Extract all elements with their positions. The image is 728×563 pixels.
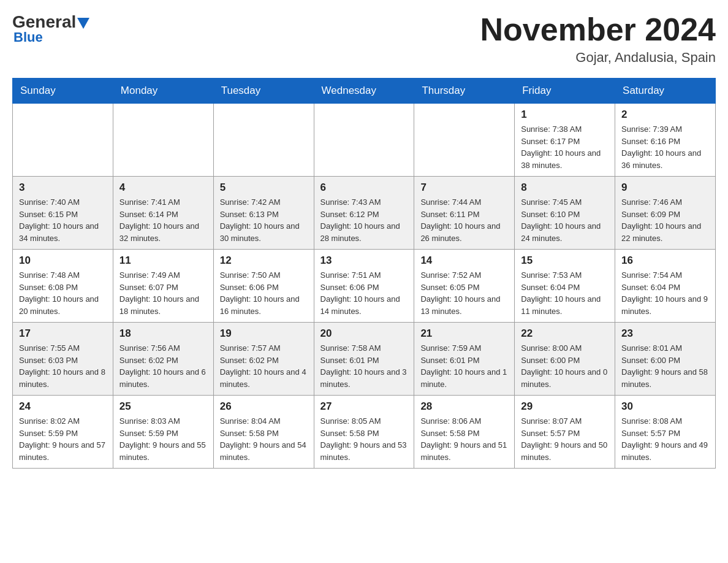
day-number: 6 (320, 182, 408, 194)
day-info: Sunrise: 8:03 AMSunset: 5:59 PMDaylight:… (119, 415, 207, 463)
day-info: Sunrise: 7:54 AMSunset: 6:04 PMDaylight:… (621, 269, 709, 317)
calendar-day: 30Sunrise: 8:08 AMSunset: 5:57 PMDayligh… (615, 396, 716, 469)
day-number: 26 (220, 400, 308, 413)
calendar-day: 9Sunrise: 7:46 AMSunset: 6:09 PMDaylight… (615, 177, 716, 250)
calendar-week-5: 24Sunrise: 8:02 AMSunset: 5:59 PMDayligh… (13, 396, 716, 469)
calendar-day: 3Sunrise: 7:40 AMSunset: 6:15 PMDaylight… (13, 177, 113, 250)
calendar-day: 1Sunrise: 7:38 AMSunset: 6:17 PMDaylight… (515, 104, 615, 177)
calendar-day: 17Sunrise: 7:55 AMSunset: 6:03 PMDayligh… (13, 323, 113, 396)
day-number: 15 (521, 255, 609, 267)
calendar-day (314, 104, 414, 177)
day-info: Sunrise: 7:40 AMSunset: 6:15 PMDaylight:… (19, 196, 107, 244)
day-number: 9 (621, 182, 709, 194)
day-info: Sunrise: 8:01 AMSunset: 6:00 PMDaylight:… (621, 342, 709, 390)
day-number: 14 (420, 255, 508, 267)
calendar-day: 4Sunrise: 7:41 AMSunset: 6:14 PMDaylight… (113, 177, 213, 250)
day-info: Sunrise: 8:04 AMSunset: 5:58 PMDaylight:… (220, 415, 308, 463)
day-info: Sunrise: 7:52 AMSunset: 6:05 PMDaylight:… (420, 269, 508, 317)
logo-triangle-icon (77, 18, 89, 29)
calendar-day: 12Sunrise: 7:50 AMSunset: 6:06 PMDayligh… (213, 250, 314, 323)
logo-blue: Blue (13, 29, 43, 45)
calendar-day: 19Sunrise: 7:57 AMSunset: 6:02 PMDayligh… (213, 323, 314, 396)
month-title: November 2024 (480, 12, 716, 47)
calendar-day: 23Sunrise: 8:01 AMSunset: 6:00 PMDayligh… (615, 323, 716, 396)
day-number: 16 (621, 255, 709, 267)
day-number: 18 (119, 327, 207, 340)
calendar-day: 22Sunrise: 8:00 AMSunset: 6:00 PMDayligh… (515, 323, 615, 396)
calendar-day: 14Sunrise: 7:52 AMSunset: 6:05 PMDayligh… (414, 250, 515, 323)
weekday-header-friday: Friday (515, 79, 615, 104)
calendar-day: 26Sunrise: 8:04 AMSunset: 5:58 PMDayligh… (213, 396, 314, 469)
day-number: 11 (119, 255, 207, 267)
day-number: 17 (19, 327, 107, 340)
calendar: SundayMondayTuesdayWednesdayThursdayFrid… (12, 78, 716, 469)
day-number: 23 (621, 327, 709, 340)
day-number: 3 (19, 182, 107, 194)
day-info: Sunrise: 7:56 AMSunset: 6:02 PMDaylight:… (119, 342, 207, 390)
calendar-day: 6Sunrise: 7:43 AMSunset: 6:12 PMDaylight… (314, 177, 414, 250)
day-info: Sunrise: 7:51 AMSunset: 6:06 PMDaylight:… (320, 269, 408, 317)
calendar-day (414, 104, 515, 177)
day-number: 25 (119, 400, 207, 413)
day-number: 5 (220, 182, 308, 194)
header: General Blue November 2024 Gojar, Andalu… (12, 12, 716, 66)
title-area: November 2024 Gojar, Andalusia, Spain (480, 12, 716, 66)
day-info: Sunrise: 7:59 AMSunset: 6:01 PMDaylight:… (420, 342, 508, 390)
day-info: Sunrise: 7:41 AMSunset: 6:14 PMDaylight:… (119, 196, 207, 244)
day-info: Sunrise: 7:53 AMSunset: 6:04 PMDaylight:… (521, 269, 609, 317)
calendar-day (113, 104, 213, 177)
weekday-header-sunday: Sunday (13, 79, 113, 104)
day-number: 24 (19, 400, 107, 413)
day-info: Sunrise: 7:57 AMSunset: 6:02 PMDaylight:… (220, 342, 308, 390)
day-info: Sunrise: 7:46 AMSunset: 6:09 PMDaylight:… (621, 196, 709, 244)
day-info: Sunrise: 8:08 AMSunset: 5:57 PMDaylight:… (621, 415, 709, 463)
calendar-day: 21Sunrise: 7:59 AMSunset: 6:01 PMDayligh… (414, 323, 515, 396)
calendar-day: 20Sunrise: 7:58 AMSunset: 6:01 PMDayligh… (314, 323, 414, 396)
weekday-header-wednesday: Wednesday (314, 79, 414, 104)
day-number: 19 (220, 327, 308, 340)
day-info: Sunrise: 7:55 AMSunset: 6:03 PMDaylight:… (19, 342, 107, 390)
day-number: 29 (521, 400, 609, 413)
weekday-header-thursday: Thursday (414, 79, 515, 104)
calendar-day: 24Sunrise: 8:02 AMSunset: 5:59 PMDayligh… (13, 396, 113, 469)
day-number: 30 (621, 400, 709, 413)
day-number: 12 (220, 255, 308, 267)
day-number: 7 (420, 182, 508, 194)
day-info: Sunrise: 8:00 AMSunset: 6:00 PMDaylight:… (521, 342, 609, 390)
day-info: Sunrise: 7:49 AMSunset: 6:07 PMDaylight:… (119, 269, 207, 317)
location-title: Gojar, Andalusia, Spain (480, 50, 716, 66)
calendar-day: 10Sunrise: 7:48 AMSunset: 6:08 PMDayligh… (13, 250, 113, 323)
calendar-day: 8Sunrise: 7:45 AMSunset: 6:10 PMDaylight… (515, 177, 615, 250)
calendar-header-row: SundayMondayTuesdayWednesdayThursdayFrid… (13, 79, 716, 104)
day-info: Sunrise: 7:48 AMSunset: 6:08 PMDaylight:… (19, 269, 107, 317)
day-info: Sunrise: 7:43 AMSunset: 6:12 PMDaylight:… (320, 196, 408, 244)
calendar-day (213, 104, 314, 177)
weekday-header-monday: Monday (113, 79, 213, 104)
day-number: 1 (521, 109, 609, 121)
day-info: Sunrise: 7:58 AMSunset: 6:01 PMDaylight:… (320, 342, 408, 390)
calendar-day: 11Sunrise: 7:49 AMSunset: 6:07 PMDayligh… (113, 250, 213, 323)
logo: General Blue (12, 12, 89, 45)
calendar-day: 18Sunrise: 7:56 AMSunset: 6:02 PMDayligh… (113, 323, 213, 396)
calendar-day: 5Sunrise: 7:42 AMSunset: 6:13 PMDaylight… (213, 177, 314, 250)
calendar-day: 13Sunrise: 7:51 AMSunset: 6:06 PMDayligh… (314, 250, 414, 323)
day-info: Sunrise: 8:06 AMSunset: 5:58 PMDaylight:… (420, 415, 508, 463)
day-number: 28 (420, 400, 508, 413)
weekday-header-tuesday: Tuesday (213, 79, 314, 104)
weekday-header-saturday: Saturday (615, 79, 716, 104)
calendar-week-4: 17Sunrise: 7:55 AMSunset: 6:03 PMDayligh… (13, 323, 716, 396)
day-info: Sunrise: 7:38 AMSunset: 6:17 PMDaylight:… (521, 123, 609, 171)
day-info: Sunrise: 8:02 AMSunset: 5:59 PMDaylight:… (19, 415, 107, 463)
calendar-day: 15Sunrise: 7:53 AMSunset: 6:04 PMDayligh… (515, 250, 615, 323)
day-number: 4 (119, 182, 207, 194)
day-info: Sunrise: 7:50 AMSunset: 6:06 PMDaylight:… (220, 269, 308, 317)
calendar-week-2: 3Sunrise: 7:40 AMSunset: 6:15 PMDaylight… (13, 177, 716, 250)
day-number: 10 (19, 255, 107, 267)
day-info: Sunrise: 7:39 AMSunset: 6:16 PMDaylight:… (621, 123, 709, 171)
day-number: 22 (521, 327, 609, 340)
calendar-day: 29Sunrise: 8:07 AMSunset: 5:57 PMDayligh… (515, 396, 615, 469)
calendar-day: 28Sunrise: 8:06 AMSunset: 5:58 PMDayligh… (414, 396, 515, 469)
day-info: Sunrise: 8:05 AMSunset: 5:58 PMDaylight:… (320, 415, 408, 463)
day-number: 13 (320, 255, 408, 267)
calendar-day: 16Sunrise: 7:54 AMSunset: 6:04 PMDayligh… (615, 250, 716, 323)
